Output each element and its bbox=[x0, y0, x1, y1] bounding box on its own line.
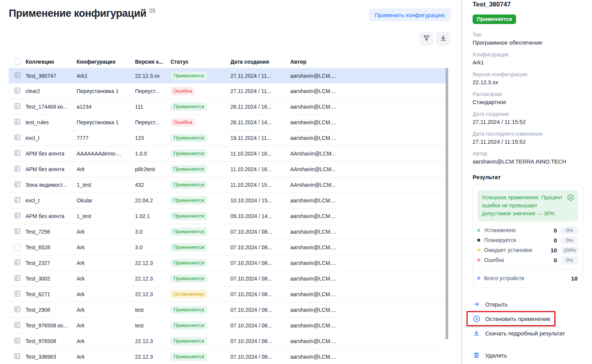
cell-version: 22.12.3.xx bbox=[135, 73, 171, 79]
column-header-version[interactable]: Версия к... bbox=[135, 55, 171, 68]
download-icon bbox=[440, 35, 447, 43]
cell-status: Применяется bbox=[171, 274, 230, 283]
status-badge: Применяется bbox=[171, 337, 207, 345]
table-row[interactable]: Test_976508Ark22.12.3Применяется07.10.20… bbox=[9, 334, 446, 349]
collection-icon bbox=[14, 181, 21, 189]
stat-row: Установлено00% bbox=[477, 225, 578, 235]
table-row[interactable]: АРМ без агента1_test1.02.1Применяется09.… bbox=[9, 208, 446, 224]
table-row[interactable]: Test_976508 ко...ArktestПрименяется07.10… bbox=[9, 318, 446, 334]
collection-icon bbox=[14, 103, 21, 111]
collection-icon bbox=[14, 322, 21, 329]
stat-label: Ожидает установки bbox=[484, 247, 550, 253]
table-row[interactable]: Test_3002Ark22.12.3Применяется07.10.2024… bbox=[9, 271, 446, 287]
stat-label: Установлено bbox=[484, 227, 550, 233]
column-header-collection[interactable]: Коллекция bbox=[26, 55, 77, 68]
download-result-action[interactable]: Скачать подробный результат bbox=[473, 327, 583, 339]
collection-icon bbox=[14, 72, 21, 80]
apply-configuration-button[interactable]: Применить конфигурацию bbox=[369, 8, 451, 21]
table-row[interactable]: Test_6528Ark3.0Применяется07.10.2024 / 0… bbox=[9, 240, 446, 255]
column-header-status[interactable]: Статус bbox=[171, 55, 230, 68]
field-value: Ark1 bbox=[473, 59, 583, 66]
select-all-checkbox[interactable] bbox=[9, 55, 26, 68]
cell-configuration: Ark bbox=[77, 307, 135, 313]
table-row[interactable]: Test_2327Ark22.12.3Применяется07.10.2024… bbox=[9, 255, 446, 271]
table-row[interactable]: test_rulesПереустановка 1Переуст...Ошибк… bbox=[9, 115, 446, 130]
delete-action[interactable]: Удалить bbox=[473, 349, 583, 361]
cell-created: 07.10.2024 / 08... bbox=[230, 307, 290, 313]
cell-author: aarshavin@LCM.... bbox=[290, 276, 347, 282]
cell-configuration: 7777 bbox=[77, 135, 135, 141]
filter-button[interactable] bbox=[419, 32, 433, 46]
table-row[interactable]: АРМ без агентаAAAAAAAdemo-...1.0.0Примен… bbox=[9, 146, 446, 162]
cell-version: Переуст... bbox=[135, 119, 171, 125]
check-circle-icon bbox=[567, 194, 574, 218]
table-row[interactable]: Test_336983Ark22.12.3Применяется07.10.20… bbox=[9, 349, 446, 364]
download-table-button[interactable] bbox=[436, 32, 450, 46]
records-count: 39 bbox=[149, 8, 155, 14]
cell-collection: Test_976508 ко... bbox=[26, 322, 77, 329]
collection-icon bbox=[14, 87, 21, 95]
cell-version: 22.12.3 bbox=[135, 276, 171, 282]
stat-dot bbox=[477, 239, 480, 242]
table-row[interactable]: clear2Переустановка 1Переуст...Ошибка27.… bbox=[9, 83, 446, 99]
cell-created: 11.10.2024 / 18... bbox=[230, 151, 290, 157]
table-row[interactable]: excl_t7777123Применяется19.11.2024 / 11.… bbox=[9, 130, 446, 146]
table-row[interactable]: Test_2908ArktestПрименяется07.10.2024 / … bbox=[9, 302, 446, 318]
collection-icon bbox=[14, 212, 21, 220]
collection-icon bbox=[14, 275, 21, 282]
field-label: Конфигурация bbox=[473, 51, 583, 58]
cell-version: 22.12.3 bbox=[135, 354, 171, 360]
stat-value: 0 bbox=[550, 237, 557, 244]
status-badge: Применяется bbox=[171, 103, 207, 111]
table-row[interactable]: АРМ без агентаArkpillr2testПрименяется11… bbox=[9, 162, 446, 177]
open-action[interactable]: Открыть bbox=[473, 298, 583, 310]
collection-icon bbox=[14, 150, 21, 157]
table-row[interactable]: excl_tOkular22.04.2Применяется10.10.2024… bbox=[9, 193, 446, 208]
cell-configuration: Ark1 bbox=[77, 73, 135, 79]
cell-created: 07.10.2024 / 08... bbox=[230, 244, 290, 250]
table-row[interactable]: Test_174468 ко...a1234111Применяется26.1… bbox=[9, 99, 446, 115]
table-scrollbar[interactable] bbox=[446, 68, 448, 339]
status-badge: Применяется bbox=[171, 228, 207, 236]
cell-status: Применяется bbox=[171, 337, 230, 345]
stop-apply-action[interactable]: Остановить применение bbox=[473, 313, 550, 325]
cell-author: aarshavin@LCM.... bbox=[290, 213, 347, 219]
success-alert-text: Успешное применение. Процент ошибок не п… bbox=[482, 194, 564, 218]
column-header-configuration[interactable]: Конфигурация bbox=[77, 55, 135, 68]
field-value: Стандартное bbox=[473, 99, 583, 105]
table-row[interactable]: Test_380747Ark122.12.3.xxПрименяется27.1… bbox=[9, 68, 446, 83]
detail-field: Авторaarshavin@LCM.TERRA.INNO.TECH bbox=[473, 151, 583, 165]
status-badge: Применяется bbox=[171, 149, 207, 158]
stat-percent: 0% bbox=[561, 226, 578, 234]
table-row[interactable]: Test_6271Ark22.12.3Остановлено07.10.2024… bbox=[9, 287, 446, 302]
cell-status: Применяется bbox=[171, 149, 230, 158]
field-label: Автор bbox=[473, 151, 583, 157]
cell-configuration: Ark bbox=[77, 291, 135, 297]
status-badge: Применяется bbox=[171, 72, 207, 80]
cell-status: Применяется bbox=[171, 103, 230, 111]
cell-created: 10.10.2024 / 15... bbox=[230, 197, 290, 204]
cell-version: 3.0 bbox=[135, 229, 171, 235]
table-row[interactable]: Зона видимост...1_test432Применяется11.1… bbox=[9, 177, 446, 193]
table-row[interactable]: Test_7256Ark3.0Применяется07.10.2024 / 0… bbox=[9, 224, 446, 240]
cell-author: AArshavin@LCM... bbox=[290, 151, 347, 157]
cell-collection: Test_2327 bbox=[26, 260, 77, 266]
cell-author: aarshavin@LCM.... bbox=[290, 73, 347, 79]
cell-configuration: 1_test bbox=[77, 182, 135, 188]
column-header-author[interactable]: Автор bbox=[290, 55, 347, 68]
stat-percent: 0% bbox=[561, 236, 578, 244]
cell-version: test bbox=[135, 307, 171, 313]
stat-value: 0 bbox=[550, 227, 557, 234]
cell-status: Применяется bbox=[171, 212, 230, 220]
column-header-created[interactable]: Дата создания bbox=[230, 55, 290, 68]
filter-icon bbox=[423, 35, 430, 43]
page-title: Применение конфигураций39 bbox=[9, 8, 155, 19]
cell-collection: excl_t bbox=[26, 135, 77, 141]
download-result-action-label: Скачать подробный результат bbox=[485, 330, 565, 337]
cell-version: 22.12.3 bbox=[135, 338, 171, 344]
collection-icon bbox=[14, 353, 21, 361]
cell-status: Применяется bbox=[171, 134, 230, 142]
divider bbox=[477, 269, 578, 269]
row-checkbox[interactable] bbox=[14, 244, 21, 251]
cell-created: 26.11.2024 / 14... bbox=[230, 119, 290, 125]
